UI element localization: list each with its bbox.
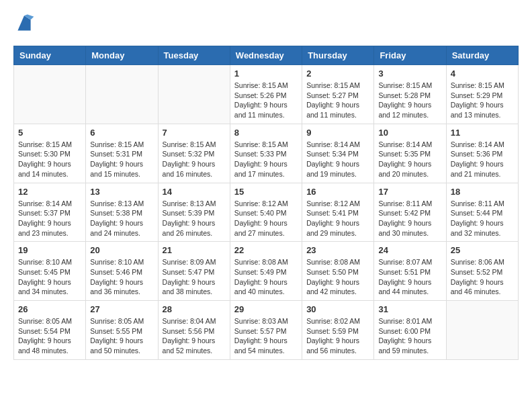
day-number: 1: [234, 68, 298, 79]
calendar-cell: 8Sunrise: 8:15 AM Sunset: 5:33 PM Daylig…: [230, 124, 302, 183]
day-info: Sunrise: 8:12 AM Sunset: 5:40 PM Dayligh…: [234, 199, 298, 238]
calendar-cell: 12Sunrise: 8:14 AM Sunset: 5:37 PM Dayli…: [14, 183, 86, 242]
day-number: 22: [234, 245, 298, 255]
day-info: Sunrise: 8:13 AM Sunset: 5:39 PM Dayligh…: [163, 199, 226, 238]
calendar-cell: 1Sunrise: 8:15 AM Sunset: 5:26 PM Daylig…: [230, 65, 302, 124]
calendar-cell: 24Sunrise: 8:07 AM Sunset: 5:51 PM Dayli…: [374, 242, 446, 301]
page-header: [13, 13, 519, 35]
day-info: Sunrise: 8:03 AM Sunset: 5:57 PM Dayligh…: [234, 316, 298, 356]
calendar-cell: 14Sunrise: 8:13 AM Sunset: 5:39 PM Dayli…: [158, 183, 230, 242]
day-number: 12: [18, 187, 81, 197]
day-info: Sunrise: 8:15 AM Sunset: 5:29 PM Dayligh…: [451, 81, 514, 120]
logo: [13, 13, 38, 35]
day-info: Sunrise: 8:01 AM Sunset: 6:00 PM Dayligh…: [378, 316, 441, 356]
header-monday: Monday: [86, 46, 158, 65]
day-number: 28: [163, 304, 226, 314]
day-number: 31: [378, 304, 441, 314]
day-info: Sunrise: 8:02 AM Sunset: 5:59 PM Dayligh…: [306, 316, 369, 356]
calendar-cell: 5Sunrise: 8:15 AM Sunset: 5:30 PM Daylig…: [14, 124, 86, 183]
day-info: Sunrise: 8:12 AM Sunset: 5:41 PM Dayligh…: [306, 199, 369, 238]
header-row: SundayMondayTuesdayWednesdayThursdayFrid…: [14, 46, 519, 65]
calendar-cell: 23Sunrise: 8:08 AM Sunset: 5:50 PM Dayli…: [302, 242, 374, 301]
day-info: Sunrise: 8:05 AM Sunset: 5:55 PM Dayligh…: [90, 316, 153, 356]
day-info: Sunrise: 8:06 AM Sunset: 5:52 PM Dayligh…: [451, 257, 514, 297]
day-info: Sunrise: 8:14 AM Sunset: 5:34 PM Dayligh…: [306, 140, 369, 179]
calendar-header: SundayMondayTuesdayWednesdayThursdayFrid…: [14, 46, 519, 65]
calendar-cell: 29Sunrise: 8:03 AM Sunset: 5:57 PM Dayli…: [230, 301, 302, 360]
header-sunday: Sunday: [14, 46, 86, 65]
day-info: Sunrise: 8:13 AM Sunset: 5:38 PM Dayligh…: [90, 199, 153, 238]
calendar-cell: 2Sunrise: 8:15 AM Sunset: 5:27 PM Daylig…: [302, 65, 374, 124]
day-info: Sunrise: 8:07 AM Sunset: 5:51 PM Dayligh…: [378, 257, 441, 297]
day-number: 3: [378, 68, 441, 79]
calendar-cell: 25Sunrise: 8:06 AM Sunset: 5:52 PM Dayli…: [446, 242, 518, 301]
calendar-cell: 31Sunrise: 8:01 AM Sunset: 6:00 PM Dayli…: [374, 301, 446, 360]
calendar-cell: 18Sunrise: 8:11 AM Sunset: 5:44 PM Dayli…: [446, 183, 518, 242]
day-number: 14: [163, 187, 226, 197]
day-info: Sunrise: 8:09 AM Sunset: 5:47 PM Dayligh…: [163, 257, 226, 297]
logo-icon: [13, 13, 35, 35]
day-number: 9: [306, 128, 369, 138]
calendar-cell: 22Sunrise: 8:08 AM Sunset: 5:49 PM Dayli…: [230, 242, 302, 301]
calendar-cell: 30Sunrise: 8:02 AM Sunset: 5:59 PM Dayli…: [302, 301, 374, 360]
day-info: Sunrise: 8:14 AM Sunset: 5:36 PM Dayligh…: [451, 140, 514, 179]
day-number: 30: [306, 304, 369, 314]
day-info: Sunrise: 8:15 AM Sunset: 5:26 PM Dayligh…: [234, 81, 298, 120]
day-number: 16: [306, 187, 369, 197]
day-number: 27: [90, 304, 153, 314]
header-friday: Friday: [374, 46, 446, 65]
day-number: 21: [163, 245, 226, 255]
day-info: Sunrise: 8:11 AM Sunset: 5:44 PM Dayligh…: [451, 199, 514, 238]
day-info: Sunrise: 8:14 AM Sunset: 5:37 PM Dayligh…: [18, 199, 81, 238]
calendar-cell: [14, 65, 86, 124]
calendar-body: 1Sunrise: 8:15 AM Sunset: 5:26 PM Daylig…: [14, 65, 519, 360]
calendar-cell: 21Sunrise: 8:09 AM Sunset: 5:47 PM Dayli…: [158, 242, 230, 301]
day-number: 18: [451, 187, 514, 197]
day-info: Sunrise: 8:04 AM Sunset: 5:56 PM Dayligh…: [163, 316, 226, 356]
week-row-2: 5Sunrise: 8:15 AM Sunset: 5:30 PM Daylig…: [14, 124, 519, 183]
calendar-cell: 7Sunrise: 8:15 AM Sunset: 5:32 PM Daylig…: [158, 124, 230, 183]
header-wednesday: Wednesday: [230, 46, 302, 65]
day-number: 19: [18, 245, 81, 255]
day-info: Sunrise: 8:10 AM Sunset: 5:46 PM Dayligh…: [90, 257, 153, 297]
calendar-cell: [86, 65, 158, 124]
day-info: Sunrise: 8:10 AM Sunset: 5:45 PM Dayligh…: [18, 257, 81, 297]
header-thursday: Thursday: [302, 46, 374, 65]
calendar-cell: 6Sunrise: 8:15 AM Sunset: 5:31 PM Daylig…: [86, 124, 158, 183]
calendar-cell: 13Sunrise: 8:13 AM Sunset: 5:38 PM Dayli…: [86, 183, 158, 242]
day-info: Sunrise: 8:15 AM Sunset: 5:30 PM Dayligh…: [18, 140, 81, 179]
calendar-cell: [158, 65, 230, 124]
day-info: Sunrise: 8:15 AM Sunset: 5:31 PM Dayligh…: [90, 140, 153, 179]
day-number: 20: [90, 245, 153, 255]
day-number: 26: [18, 304, 81, 314]
day-number: 17: [378, 187, 441, 197]
calendar-cell: 16Sunrise: 8:12 AM Sunset: 5:41 PM Dayli…: [302, 183, 374, 242]
calendar-cell: 4Sunrise: 8:15 AM Sunset: 5:29 PM Daylig…: [446, 65, 518, 124]
calendar-cell: 17Sunrise: 8:11 AM Sunset: 5:42 PM Dayli…: [374, 183, 446, 242]
day-number: 6: [90, 128, 153, 138]
calendar-cell: 10Sunrise: 8:14 AM Sunset: 5:35 PM Dayli…: [374, 124, 446, 183]
day-info: Sunrise: 8:08 AM Sunset: 5:50 PM Dayligh…: [306, 257, 369, 297]
day-number: 29: [234, 304, 298, 314]
day-info: Sunrise: 8:15 AM Sunset: 5:33 PM Dayligh…: [234, 140, 298, 179]
day-info: Sunrise: 8:08 AM Sunset: 5:49 PM Dayligh…: [234, 257, 298, 297]
day-number: 10: [378, 128, 441, 138]
header-tuesday: Tuesday: [158, 46, 230, 65]
day-number: 4: [451, 68, 514, 79]
day-number: 7: [163, 128, 226, 138]
calendar-cell: 28Sunrise: 8:04 AM Sunset: 5:56 PM Dayli…: [158, 301, 230, 360]
day-number: 8: [234, 128, 298, 138]
week-row-5: 26Sunrise: 8:05 AM Sunset: 5:54 PM Dayli…: [14, 301, 519, 360]
calendar-cell: 3Sunrise: 8:15 AM Sunset: 5:28 PM Daylig…: [374, 65, 446, 124]
calendar-table: SundayMondayTuesdayWednesdayThursdayFrid…: [13, 46, 519, 360]
calendar-cell: 26Sunrise: 8:05 AM Sunset: 5:54 PM Dayli…: [14, 301, 86, 360]
day-number: 23: [306, 245, 369, 255]
day-info: Sunrise: 8:15 AM Sunset: 5:27 PM Dayligh…: [306, 81, 369, 120]
week-row-4: 19Sunrise: 8:10 AM Sunset: 5:45 PM Dayli…: [14, 242, 519, 301]
day-number: 11: [451, 128, 514, 138]
calendar-cell: 15Sunrise: 8:12 AM Sunset: 5:40 PM Dayli…: [230, 183, 302, 242]
week-row-3: 12Sunrise: 8:14 AM Sunset: 5:37 PM Dayli…: [14, 183, 519, 242]
day-number: 15: [234, 187, 298, 197]
day-info: Sunrise: 8:15 AM Sunset: 5:32 PM Dayligh…: [163, 140, 226, 179]
day-info: Sunrise: 8:14 AM Sunset: 5:35 PM Dayligh…: [378, 140, 441, 179]
